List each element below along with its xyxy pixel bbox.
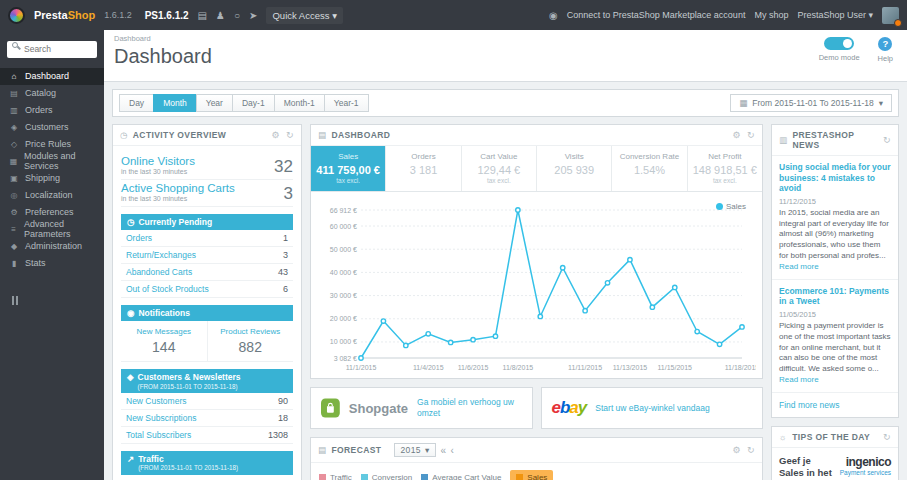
kpi-net-profit[interactable]: Net Profit148 918,51 €tax excl. xyxy=(687,146,762,191)
pending-label[interactable]: Abandoned Carts xyxy=(126,267,192,277)
kpi-visits[interactable]: Visits205 939 xyxy=(536,146,611,191)
shopgate-promo-link[interactable]: Ga mobiel en verhoog uw omzet xyxy=(417,397,521,419)
news-article-title[interactable]: Ecommerce 101: Payments in a Tweet xyxy=(779,286,891,307)
my-shop-link[interactable]: My shop xyxy=(754,10,788,20)
gear-icon[interactable]: ⚙ xyxy=(733,130,741,140)
filter-year[interactable]: Year xyxy=(196,94,233,112)
kpi-conversion-rate[interactable]: Conversion Rate1.54% xyxy=(611,146,686,191)
shop-name[interactable]: PS1.6.1.2 xyxy=(145,10,189,21)
kpi-label: Cart Value xyxy=(464,152,534,161)
forecast-year-select[interactable]: 2015▾ xyxy=(394,443,435,457)
ebay-promo-link[interactable]: Start uw eBay-winkel vandaag xyxy=(595,403,709,414)
legend-label: Traffic xyxy=(330,473,352,480)
prestashop-logo[interactable] xyxy=(8,7,25,24)
active-carts-link[interactable]: Active Shopping Carts xyxy=(121,182,293,194)
news-article-title[interactable]: Using social media for your business: 4 … xyxy=(779,162,891,194)
legend-sales[interactable]: Sales xyxy=(510,470,553,480)
legend-conversion[interactable]: Conversion xyxy=(361,473,412,480)
sidebar-item-preferences[interactable]: ⚙Preferences xyxy=(0,204,104,221)
breadcrumb[interactable]: Dashboard xyxy=(114,34,897,43)
notifications-title: Notifications xyxy=(138,308,189,318)
customers-label[interactable]: New Customers xyxy=(126,396,186,406)
pending-value: 1 xyxy=(283,233,288,243)
filter-year-1[interactable]: Year-1 xyxy=(324,94,369,112)
refresh-icon[interactable]: ↻ xyxy=(286,130,294,140)
sidebar-item-dashboard[interactable]: ⌂Dashboard xyxy=(0,68,104,85)
demo-mode-toggle[interactable] xyxy=(824,37,854,50)
pending-label[interactable]: Return/Exchanges xyxy=(126,250,196,260)
customers-label[interactable]: Total Subscribers xyxy=(126,430,191,440)
pending-label[interactable]: Orders xyxy=(126,233,152,243)
sales-swatch xyxy=(516,474,523,480)
sidebar-item-label: Advanced Parameters xyxy=(24,219,104,239)
refresh-icon[interactable]: ↻ xyxy=(747,130,755,140)
sidebar-item-stats[interactable]: ▮Stats xyxy=(0,255,104,272)
refresh-icon[interactable]: ↻ xyxy=(883,432,891,442)
user-menu[interactable]: PrestaShop User ▾ xyxy=(797,10,873,20)
chart-legend[interactable]: Sales xyxy=(716,202,746,211)
sidebar-item-catalog[interactable]: ▤Catalog xyxy=(0,85,104,102)
news-article-date: 11/05/2015 xyxy=(779,310,891,319)
tips-of-the-day-panel: ☼ TIPS OF THE DAY ↻ Geef je Sales in het… xyxy=(771,426,899,480)
gear-icon[interactable]: ⚙ xyxy=(272,130,280,140)
brand-link[interactable]: PrestaShop xyxy=(34,9,95,21)
notification-value: 882 xyxy=(210,339,292,355)
collapse-sidebar-button[interactable] xyxy=(12,296,104,305)
forecast-nav-0[interactable]: « xyxy=(441,445,447,456)
filter-day-1[interactable]: Day-1 xyxy=(232,94,275,112)
caret-down-icon: ▾ xyxy=(332,10,337,21)
kpi-value: 205 939 xyxy=(539,164,609,176)
page-title: Dashboard xyxy=(114,45,897,68)
sidebar-item-localization[interactable]: ◎Localization xyxy=(0,187,104,204)
filter-month-1[interactable]: Month-1 xyxy=(274,94,325,112)
customers-row: New Customers90 xyxy=(121,393,293,410)
localization-icon: ◎ xyxy=(9,191,19,200)
kpi-caption: tax excl. xyxy=(464,177,534,184)
legend-traffic[interactable]: Traffic xyxy=(319,473,352,480)
kpi-sales[interactable]: Sales411 759,00 €tax excl. xyxy=(311,146,385,191)
sidebar-item-orders[interactable]: ▥Orders xyxy=(0,102,104,119)
average-cart-value-swatch xyxy=(421,474,428,480)
version-label: 1.6.1.2 xyxy=(104,10,132,20)
refresh-icon[interactable]: ↻ xyxy=(883,135,891,145)
kpi-cart-value[interactable]: Cart Value129,44 €tax excl. xyxy=(461,146,536,191)
sidebar-item-administration[interactable]: ◆Administration xyxy=(0,238,104,255)
avatar[interactable] xyxy=(882,7,899,24)
list-icon: ▤ xyxy=(318,445,326,455)
rocket-icon[interactable]: ➤ xyxy=(249,10,257,21)
forecast-nav-1[interactable]: ‹ xyxy=(451,445,455,456)
pending-label[interactable]: Out of Stock Products xyxy=(126,284,209,294)
read-more-link[interactable]: Read more xyxy=(779,375,819,384)
ebay-letter: b xyxy=(560,398,569,417)
online-visitors-link[interactable]: Online Visitors xyxy=(121,155,293,167)
kpi-orders[interactable]: Orders3 181 xyxy=(385,146,460,191)
date-range-label: From 2015-11-01 To 2015-11-18 xyxy=(752,98,873,108)
ebay-promo-card[interactable]: ebay Start uw eBay-winkel vandaag xyxy=(541,387,764,429)
legend-average-cart-value[interactable]: Average Cart Value xyxy=(421,473,501,480)
sidebar-item-shipping[interactable]: ▣Shipping xyxy=(0,170,104,187)
sales-line-chart: 3 082 €10 000 €20 000 €30 000 €40 000 €5… xyxy=(317,196,756,378)
profile-icon[interactable]: ♟ xyxy=(216,10,225,21)
refresh-icon[interactable]: ↻ xyxy=(747,445,755,455)
filter-month[interactable]: Month xyxy=(153,94,197,112)
notification-cell-new-messages[interactable]: New Messages144 xyxy=(121,321,207,361)
date-range-picker[interactable]: ▦ From 2015-11-01 To 2015-11-18 ▾ xyxy=(730,94,892,112)
support-icon[interactable]: ○ xyxy=(234,10,240,21)
google-analytics-link[interactable]: ∞ Link to your Google Analytics account xyxy=(121,475,293,480)
sidebar-item-customers[interactable]: ◈Customers xyxy=(0,119,104,136)
shopgate-promo-card[interactable]: Shopgate Ga mobiel en verhoog uw omzet xyxy=(310,387,533,429)
filter-day[interactable]: Day xyxy=(119,94,154,112)
read-more-link[interactable]: Read more xyxy=(779,262,819,271)
find-more-news-link[interactable]: Find more news xyxy=(772,393,898,417)
notification-cell-product-reviews[interactable]: Product Reviews882 xyxy=(207,321,294,361)
sidebar-item-modules-and-services[interactable]: ▦Modules and Services xyxy=(0,153,104,170)
help-icon[interactable]: ? xyxy=(878,37,892,51)
gear-icon[interactable]: ⚙ xyxy=(733,445,741,455)
sidebar-item-price-rules[interactable]: ◇Price Rules xyxy=(0,136,104,153)
sidebar-item-advanced-parameters[interactable]: ≡Advanced Parameters xyxy=(0,221,104,238)
quick-access-dropdown[interactable]: Quick Access ▾ xyxy=(266,7,342,24)
marketplace-link[interactable]: Connect to PrestaShop Marketplace accoun… xyxy=(567,10,746,20)
customers-label[interactable]: New Subscriptions xyxy=(126,413,196,423)
bag-icon[interactable]: ▤ xyxy=(198,10,207,21)
sidebar-item-label: Localization xyxy=(25,190,73,200)
